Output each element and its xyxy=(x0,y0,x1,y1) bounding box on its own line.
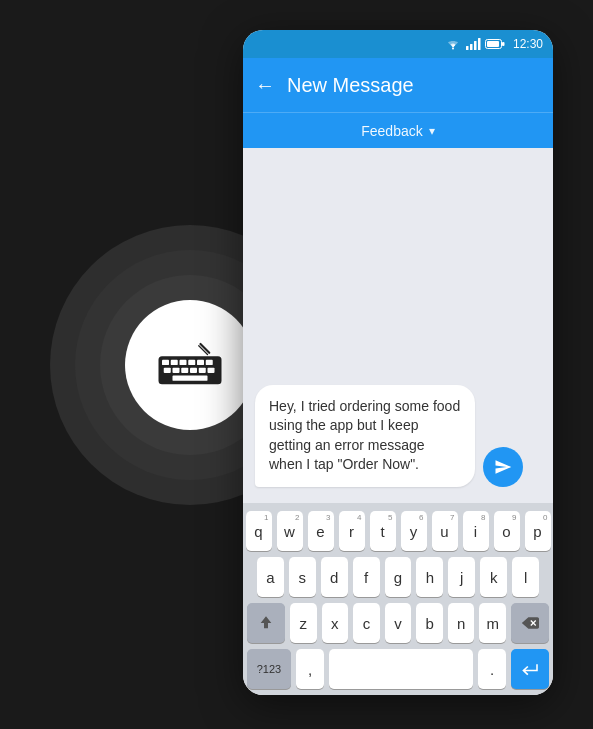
svg-rect-20 xyxy=(478,38,481,50)
svg-rect-11 xyxy=(181,367,188,372)
svg-rect-22 xyxy=(502,42,505,46)
key-v[interactable]: v xyxy=(385,603,412,643)
key-q[interactable]: 1 q xyxy=(246,511,272,551)
svg-rect-3 xyxy=(162,359,169,364)
dropdown-arrow-icon[interactable]: ▾ xyxy=(429,124,435,138)
svg-rect-13 xyxy=(199,367,206,372)
key-p[interactable]: 0 p xyxy=(525,511,551,551)
keyboard-row-3: z x c v b n m xyxy=(247,603,549,643)
svg-rect-7 xyxy=(197,359,204,364)
svg-rect-15 xyxy=(173,375,208,380)
phone-mockup: 12:30 ← New Message Feedback ▾ Hey, I tr… xyxy=(243,30,553,695)
svg-rect-19 xyxy=(474,41,477,50)
key-r[interactable]: 4 r xyxy=(339,511,365,551)
battery-icon xyxy=(485,38,505,50)
key-n[interactable]: n xyxy=(448,603,475,643)
key-g[interactable]: g xyxy=(385,557,412,597)
send-button[interactable] xyxy=(483,447,523,487)
sub-bar: Feedback ▾ xyxy=(243,112,553,148)
keyboard-icon xyxy=(155,340,225,390)
send-icon xyxy=(494,458,512,476)
svg-rect-18 xyxy=(470,44,473,50)
sub-bar-label[interactable]: Feedback xyxy=(361,123,422,139)
message-area: Hey, I tried ordering some food using th… xyxy=(243,148,553,503)
key-i[interactable]: 8 i xyxy=(463,511,489,551)
keyboard-bottom-row: ?123 , . xyxy=(247,649,549,689)
key-s[interactable]: s xyxy=(289,557,316,597)
key-o[interactable]: 9 o xyxy=(494,511,520,551)
key-w[interactable]: 2 w xyxy=(277,511,303,551)
key-y[interactable]: 6 y xyxy=(401,511,427,551)
svg-rect-4 xyxy=(171,359,178,364)
key-u[interactable]: 7 u xyxy=(432,511,458,551)
svg-rect-17 xyxy=(466,46,469,50)
delete-key[interactable] xyxy=(511,603,549,643)
key-m[interactable]: m xyxy=(479,603,506,643)
message-row: Hey, I tried ordering some food using th… xyxy=(255,385,541,487)
key-j[interactable]: j xyxy=(448,557,475,597)
keyboard-row-2: a s d f g h j k l xyxy=(247,557,549,597)
key-f[interactable]: f xyxy=(353,557,380,597)
shift-icon xyxy=(258,615,274,631)
space-key[interactable] xyxy=(329,649,473,689)
circle-white xyxy=(125,300,255,430)
keyboard-area: 1 q 2 w 3 e 4 r 5 t 6 y xyxy=(243,503,553,695)
svg-rect-5 xyxy=(180,359,187,364)
message-bubble: Hey, I tried ordering some food using th… xyxy=(255,385,475,487)
status-icons: 12:30 xyxy=(445,37,543,51)
keyboard-row-1: 1 q 2 w 3 e 4 r 5 t 6 y xyxy=(247,511,549,551)
numeric-switch-key[interactable]: ?123 xyxy=(247,649,291,689)
key-t[interactable]: 5 t xyxy=(370,511,396,551)
shift-key[interactable] xyxy=(247,603,285,643)
enter-icon xyxy=(521,662,539,676)
app-bar: ← New Message xyxy=(243,58,553,112)
svg-point-16 xyxy=(452,48,454,50)
key-z[interactable]: z xyxy=(290,603,317,643)
key-x[interactable]: x xyxy=(322,603,349,643)
status-time: 12:30 xyxy=(513,37,543,51)
comma-key[interactable]: , xyxy=(296,649,324,689)
svg-rect-8 xyxy=(206,359,213,364)
key-l[interactable]: l xyxy=(512,557,539,597)
status-bar: 12:30 xyxy=(243,30,553,58)
svg-rect-23 xyxy=(487,41,499,47)
delete-icon xyxy=(521,616,539,630)
period-key[interactable]: . xyxy=(478,649,506,689)
app-title: New Message xyxy=(287,74,541,97)
key-a[interactable]: a xyxy=(257,557,284,597)
key-e[interactable]: 3 e xyxy=(308,511,334,551)
wifi-icon xyxy=(445,38,461,50)
signal-icon xyxy=(465,38,481,50)
key-c[interactable]: c xyxy=(353,603,380,643)
back-button[interactable]: ← xyxy=(255,75,275,95)
svg-rect-14 xyxy=(208,367,215,372)
key-k[interactable]: k xyxy=(480,557,507,597)
svg-rect-9 xyxy=(164,367,171,372)
svg-rect-10 xyxy=(173,367,180,372)
key-d[interactable]: d xyxy=(321,557,348,597)
key-h[interactable]: h xyxy=(416,557,443,597)
svg-rect-12 xyxy=(190,367,197,372)
enter-key[interactable] xyxy=(511,649,549,689)
svg-rect-6 xyxy=(188,359,195,364)
key-b[interactable]: b xyxy=(416,603,443,643)
